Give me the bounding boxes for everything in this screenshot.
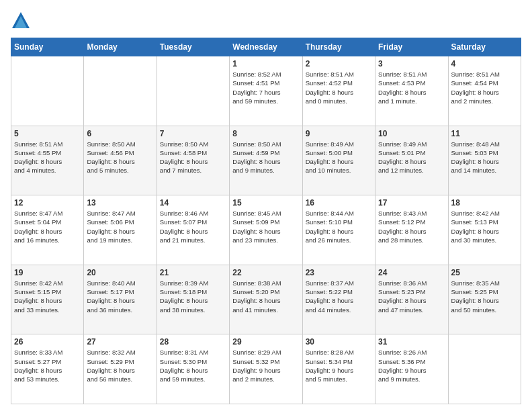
day-number: 27 xyxy=(87,337,153,347)
day-info: Sunrise: 8:29 AM Sunset: 5:32 PM Dayligh… xyxy=(232,348,299,383)
day-number: 17 xyxy=(378,198,445,208)
day-number: 1 xyxy=(232,59,299,68)
day-info: Sunrise: 8:51 AM Sunset: 4:52 PM Dayligh… xyxy=(306,70,372,105)
calendar-weekday-sunday: Sunday xyxy=(11,38,84,56)
calendar-week-row: 19Sunrise: 8:42 AM Sunset: 5:15 PM Dayli… xyxy=(11,265,521,334)
day-info: Sunrise: 8:49 AM Sunset: 5:00 PM Dayligh… xyxy=(306,140,372,175)
calendar-cell: 7Sunrise: 8:50 AM Sunset: 4:58 PM Daylig… xyxy=(157,126,229,195)
day-info: Sunrise: 8:31 AM Sunset: 5:30 PM Dayligh… xyxy=(160,348,226,383)
day-info: Sunrise: 8:38 AM Sunset: 5:20 PM Dayligh… xyxy=(232,279,299,314)
day-info: Sunrise: 8:48 AM Sunset: 5:03 PM Dayligh… xyxy=(451,140,518,175)
calendar-cell: 20Sunrise: 8:40 AM Sunset: 5:17 PM Dayli… xyxy=(84,265,157,334)
calendar-cell xyxy=(84,56,157,126)
day-info: Sunrise: 8:42 AM Sunset: 5:15 PM Dayligh… xyxy=(14,279,81,314)
calendar-weekday-thursday: Thursday xyxy=(302,38,375,56)
calendar-week-row: 1Sunrise: 8:52 AM Sunset: 4:51 PM Daylig… xyxy=(11,56,521,126)
calendar-cell xyxy=(448,334,521,404)
day-number: 2 xyxy=(306,59,372,68)
calendar-cell: 16Sunrise: 8:44 AM Sunset: 5:10 PM Dayli… xyxy=(302,195,375,265)
calendar-cell xyxy=(157,56,229,126)
day-info: Sunrise: 8:42 AM Sunset: 5:13 PM Dayligh… xyxy=(451,209,518,244)
day-number: 21 xyxy=(160,268,226,277)
calendar-cell: 21Sunrise: 8:39 AM Sunset: 5:18 PM Dayli… xyxy=(157,265,229,334)
day-info: Sunrise: 8:33 AM Sunset: 5:27 PM Dayligh… xyxy=(14,348,81,383)
calendar-cell: 8Sunrise: 8:50 AM Sunset: 4:59 PM Daylig… xyxy=(230,126,302,195)
day-number: 8 xyxy=(232,129,299,138)
day-info: Sunrise: 8:40 AM Sunset: 5:17 PM Dayligh… xyxy=(87,279,153,314)
calendar-week-row: 26Sunrise: 8:33 AM Sunset: 5:27 PM Dayli… xyxy=(11,334,521,404)
day-info: Sunrise: 8:47 AM Sunset: 5:06 PM Dayligh… xyxy=(87,209,153,244)
calendar-weekday-friday: Friday xyxy=(375,38,448,56)
calendar-weekday-saturday: Saturday xyxy=(448,38,521,56)
day-info: Sunrise: 8:46 AM Sunset: 5:07 PM Dayligh… xyxy=(160,209,226,244)
calendar-cell: 25Sunrise: 8:35 AM Sunset: 5:25 PM Dayli… xyxy=(448,265,521,334)
day-number: 7 xyxy=(160,129,226,138)
calendar-cell: 26Sunrise: 8:33 AM Sunset: 5:27 PM Dayli… xyxy=(11,334,84,404)
day-info: Sunrise: 8:50 AM Sunset: 4:58 PM Dayligh… xyxy=(160,140,226,175)
calendar-cell: 9Sunrise: 8:49 AM Sunset: 5:00 PM Daylig… xyxy=(302,126,375,195)
calendar-cell: 18Sunrise: 8:42 AM Sunset: 5:13 PM Dayli… xyxy=(448,195,521,265)
day-info: Sunrise: 8:36 AM Sunset: 5:23 PM Dayligh… xyxy=(378,279,445,314)
calendar: SundayMondayTuesdayWednesdayThursdayFrid… xyxy=(11,38,521,404)
calendar-cell: 22Sunrise: 8:38 AM Sunset: 5:20 PM Dayli… xyxy=(230,265,302,334)
calendar-cell: 4Sunrise: 8:51 AM Sunset: 4:54 PM Daylig… xyxy=(448,56,521,126)
calendar-cell: 28Sunrise: 8:31 AM Sunset: 5:30 PM Dayli… xyxy=(157,334,229,404)
calendar-cell: 17Sunrise: 8:43 AM Sunset: 5:12 PM Dayli… xyxy=(375,195,448,265)
day-info: Sunrise: 8:50 AM Sunset: 4:59 PM Dayligh… xyxy=(232,140,299,175)
calendar-cell: 2Sunrise: 8:51 AM Sunset: 4:52 PM Daylig… xyxy=(302,56,375,126)
day-number: 23 xyxy=(306,268,372,277)
day-number: 5 xyxy=(14,129,81,138)
day-number: 9 xyxy=(306,129,372,138)
day-number: 6 xyxy=(87,129,153,138)
day-number: 22 xyxy=(232,268,299,277)
calendar-cell: 13Sunrise: 8:47 AM Sunset: 5:06 PM Dayli… xyxy=(84,195,157,265)
day-number: 26 xyxy=(14,337,81,347)
day-info: Sunrise: 8:49 AM Sunset: 5:01 PM Dayligh… xyxy=(378,140,445,175)
day-number: 24 xyxy=(378,268,445,277)
day-number: 11 xyxy=(451,129,518,138)
day-number: 10 xyxy=(378,129,445,138)
calendar-week-row: 5Sunrise: 8:51 AM Sunset: 4:55 PM Daylig… xyxy=(11,126,521,195)
day-info: Sunrise: 8:35 AM Sunset: 5:25 PM Dayligh… xyxy=(451,279,518,314)
day-info: Sunrise: 8:43 AM Sunset: 5:12 PM Dayligh… xyxy=(378,209,445,244)
day-number: 4 xyxy=(451,59,518,68)
calendar-cell: 29Sunrise: 8:29 AM Sunset: 5:32 PM Dayli… xyxy=(230,334,302,404)
day-number: 25 xyxy=(451,268,518,277)
calendar-cell: 1Sunrise: 8:52 AM Sunset: 4:51 PM Daylig… xyxy=(230,56,302,126)
day-number: 18 xyxy=(451,198,518,208)
day-info: Sunrise: 8:28 AM Sunset: 5:34 PM Dayligh… xyxy=(306,348,372,383)
day-info: Sunrise: 8:45 AM Sunset: 5:09 PM Dayligh… xyxy=(232,209,299,244)
calendar-cell: 14Sunrise: 8:46 AM Sunset: 5:07 PM Dayli… xyxy=(157,195,229,265)
logo-icon xyxy=(11,11,31,31)
day-number: 20 xyxy=(87,268,153,277)
day-number: 28 xyxy=(160,337,226,347)
calendar-cell: 23Sunrise: 8:37 AM Sunset: 5:22 PM Dayli… xyxy=(302,265,375,334)
calendar-cell: 10Sunrise: 8:49 AM Sunset: 5:01 PM Dayli… xyxy=(375,126,448,195)
calendar-cell: 12Sunrise: 8:47 AM Sunset: 5:04 PM Dayli… xyxy=(11,195,84,265)
calendar-cell xyxy=(11,56,84,126)
day-info: Sunrise: 8:47 AM Sunset: 5:04 PM Dayligh… xyxy=(14,209,81,244)
calendar-cell: 5Sunrise: 8:51 AM Sunset: 4:55 PM Daylig… xyxy=(11,126,84,195)
day-number: 12 xyxy=(14,198,81,208)
day-info: Sunrise: 8:37 AM Sunset: 5:22 PM Dayligh… xyxy=(306,279,372,314)
calendar-cell: 15Sunrise: 8:45 AM Sunset: 5:09 PM Dayli… xyxy=(230,195,302,265)
day-number: 30 xyxy=(306,337,372,347)
day-info: Sunrise: 8:26 AM Sunset: 5:36 PM Dayligh… xyxy=(378,348,445,383)
page: SundayMondayTuesdayWednesdayThursdayFrid… xyxy=(0,0,532,411)
day-info: Sunrise: 8:44 AM Sunset: 5:10 PM Dayligh… xyxy=(306,209,372,244)
logo xyxy=(11,11,34,31)
day-info: Sunrise: 8:50 AM Sunset: 4:56 PM Dayligh… xyxy=(87,140,153,175)
calendar-weekday-monday: Monday xyxy=(84,38,157,56)
calendar-header-row: SundayMondayTuesdayWednesdayThursdayFrid… xyxy=(11,38,521,56)
calendar-cell: 11Sunrise: 8:48 AM Sunset: 5:03 PM Dayli… xyxy=(448,126,521,195)
day-info: Sunrise: 8:51 AM Sunset: 4:53 PM Dayligh… xyxy=(378,70,445,105)
calendar-cell: 24Sunrise: 8:36 AM Sunset: 5:23 PM Dayli… xyxy=(375,265,448,334)
calendar-cell: 30Sunrise: 8:28 AM Sunset: 5:34 PM Dayli… xyxy=(302,334,375,404)
day-number: 13 xyxy=(87,198,153,208)
day-info: Sunrise: 8:39 AM Sunset: 5:18 PM Dayligh… xyxy=(160,279,226,314)
day-info: Sunrise: 8:52 AM Sunset: 4:51 PM Dayligh… xyxy=(232,70,299,105)
calendar-cell: 3Sunrise: 8:51 AM Sunset: 4:53 PM Daylig… xyxy=(375,56,448,126)
calendar-cell: 19Sunrise: 8:42 AM Sunset: 5:15 PM Dayli… xyxy=(11,265,84,334)
day-info: Sunrise: 8:51 AM Sunset: 4:55 PM Dayligh… xyxy=(14,140,81,175)
day-number: 31 xyxy=(378,337,445,347)
